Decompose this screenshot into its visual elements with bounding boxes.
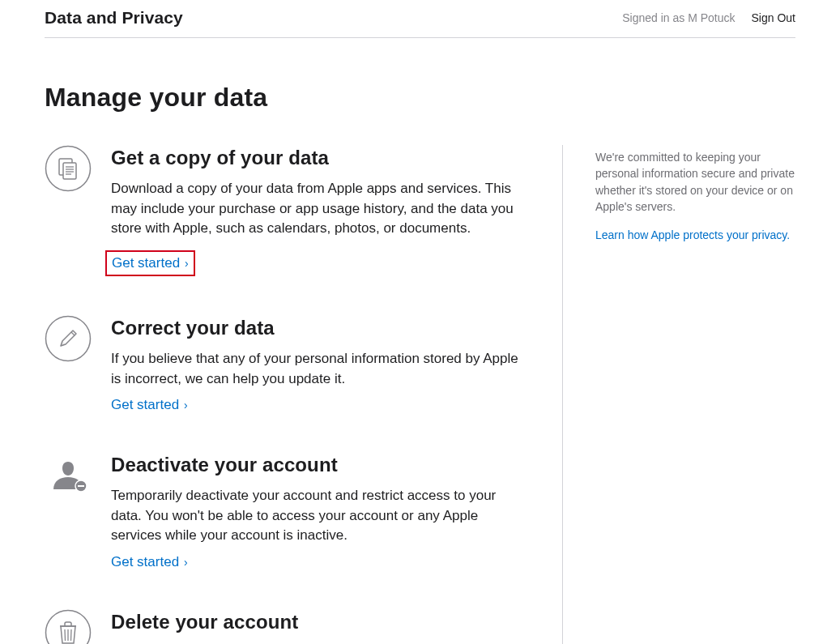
signed-in-text: Signed in as M Potuck: [622, 11, 735, 24]
link-label: Get started: [112, 255, 180, 271]
get-started-link-deactivate[interactable]: Get started ›: [111, 554, 188, 570]
sign-out-link[interactable]: Sign Out: [752, 11, 795, 24]
section-desc: Temporarily deactivate your account and …: [111, 486, 530, 546]
section-title: Correct your data: [111, 317, 530, 339]
svg-rect-2: [63, 163, 76, 179]
chevron-right-icon: ›: [181, 399, 188, 412]
section-deactivate: Deactivate your account Temporarily deac…: [45, 452, 530, 570]
section-content: Deactivate your account Temporarily deac…: [111, 452, 530, 570]
section-desc: If you believe that any of your personal…: [111, 349, 530, 389]
section-content: Correct your data If you believe that an…: [111, 315, 530, 413]
header: Data and Privacy Signed in as M Potuck S…: [45, 0, 795, 38]
section-delete: Delete your account Permanently delete y…: [45, 609, 530, 644]
chevron-right-icon: ›: [181, 257, 189, 270]
privacy-link[interactable]: Learn how Apple protects your privacy.: [595, 228, 790, 241]
main-container: Manage your data Get a cop: [16, 83, 824, 644]
link-label: Get started: [111, 554, 179, 569]
svg-line-14: [71, 629, 72, 641]
document-copy-icon: [45, 145, 92, 192]
svg-line-12: [65, 629, 66, 641]
person-deactivate-icon: [45, 452, 92, 499]
page-heading: Manage your data: [45, 83, 795, 113]
svg-point-7: [46, 316, 91, 360]
right-column: We're committed to keeping your personal…: [563, 145, 795, 644]
columns: Get a copy of your data Download a copy …: [45, 145, 795, 644]
section-title: Get a copy of your data: [111, 147, 530, 169]
section-content: Delete your account Permanently delete y…: [111, 609, 530, 644]
trash-icon: [45, 609, 92, 644]
left-column: Get a copy of your data Download a copy …: [45, 145, 563, 644]
highlight-annotation: Get started ›: [105, 250, 195, 276]
section-correct: Correct your data If you believe that an…: [45, 315, 530, 413]
svg-line-8: [71, 332, 75, 335]
section-title: Delete your account: [111, 611, 530, 633]
sidebar-text: We're committed to keeping your personal…: [595, 149, 795, 215]
link-label: Get started: [111, 397, 179, 412]
section-title: Deactivate your account: [111, 454, 530, 476]
section-get-copy: Get a copy of your data Download a copy …: [45, 145, 530, 276]
get-started-link-copy[interactable]: Get started ›: [112, 255, 189, 271]
header-right: Signed in as M Potuck Sign Out: [622, 11, 795, 24]
header-title: Data and Privacy: [45, 8, 183, 28]
section-content: Get a copy of your data Download a copy …: [111, 145, 530, 276]
pencil-icon: [45, 315, 92, 362]
get-started-link-correct[interactable]: Get started ›: [111, 397, 188, 413]
section-desc: Download a copy of your data from Apple …: [111, 179, 530, 239]
chevron-right-icon: ›: [181, 556, 188, 569]
